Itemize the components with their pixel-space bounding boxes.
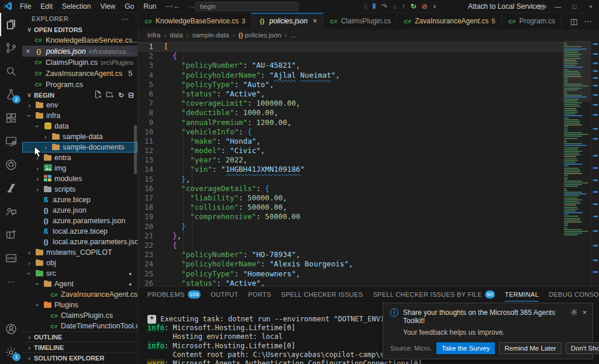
split-editor-icon[interactable]: ◫ bbox=[570, 17, 577, 26]
code-line[interactable]: 1[ bbox=[138, 42, 563, 51]
panel-tab-spell-checker-issues-by-file[interactable]: SPELL CHECKER ISSUES BY FILE90 bbox=[373, 287, 495, 301]
step-out-button[interactable]: ↑ bbox=[402, 2, 405, 11]
refresh-icon[interactable]: ↻ bbox=[118, 91, 124, 99]
toast-button-don-t-show-again[interactable]: Don't Show Again bbox=[566, 342, 599, 354]
code-line[interactable]: 17 "liability": 50000.00, bbox=[138, 193, 563, 203]
open-editor-item[interactable]: C#ClaimsPlugin.cssrc\Plugins bbox=[22, 57, 137, 68]
tree-item-agent[interactable]: ›Agent● bbox=[22, 279, 137, 289]
tree-item-entra[interactable]: ›entra bbox=[22, 152, 137, 163]
section-outline[interactable]: ›OUTLINE bbox=[22, 331, 137, 342]
code-line[interactable]: 20 } bbox=[138, 222, 563, 231]
tree-item-azure-parameters-json[interactable]: {}azure.parameters.json bbox=[22, 216, 137, 226]
restore-button[interactable]: □ bbox=[566, 3, 583, 10]
menu-go[interactable]: Go bbox=[120, 2, 139, 11]
panel-tab-spell-checker-issues[interactable]: SPELL CHECKER ISSUES bbox=[281, 287, 363, 301]
code-line[interactable]: 3 "policyNumber": "AU-45821", bbox=[138, 61, 563, 70]
panel-tab-problems[interactable]: PROBLEMS106 bbox=[147, 287, 201, 301]
menu-edit[interactable]: Edit bbox=[36, 2, 57, 11]
open-editors-header[interactable]: ∨OPEN EDITORS bbox=[22, 25, 137, 34]
tree-item-sample-documents[interactable]: ›sample-documents bbox=[22, 142, 137, 152]
github-icon[interactable] bbox=[0, 153, 22, 176]
code-line[interactable]: 16 "coverageDetails": { bbox=[138, 184, 563, 193]
breadcrumb-item[interactable]: data bbox=[170, 32, 183, 39]
more-icon[interactable]: ⋯ bbox=[0, 270, 22, 293]
new-file-icon[interactable] bbox=[94, 91, 102, 100]
drag-grip-icon[interactable]: ⣿ bbox=[364, 4, 367, 9]
breadcrumb-item[interactable]: infra bbox=[147, 32, 160, 39]
code-line[interactable]: 15 }, bbox=[138, 175, 563, 184]
tab-policies-json[interactable]: {}policies.json× bbox=[252, 13, 323, 29]
search-icon[interactable] bbox=[0, 60, 22, 83]
tree-item-datetimefunctiontool-cs[interactable]: C#DateTimeFunctionTool.cs bbox=[22, 321, 137, 331]
breadcrumb-item[interactable]: sample-data bbox=[192, 32, 229, 39]
tree-item-sample-data[interactable]: ›sample-data bbox=[22, 131, 137, 142]
code-line[interactable]: 9 "annualPremium": 1200.00, bbox=[138, 118, 563, 127]
tree-item-img[interactable]: ›img bbox=[22, 163, 137, 174]
tab-zavainsuranceagent-cs[interactable]: C#ZavaInsuranceAgent.cs5 bbox=[397, 13, 501, 29]
tree-item-plugins[interactable]: ›Plugins bbox=[22, 300, 137, 310]
code-line[interactable]: 11 "make": "Honda", bbox=[138, 137, 563, 146]
minimap[interactable] bbox=[563, 41, 591, 286]
toast-button-remind-me-later[interactable]: Remind Me Later bbox=[499, 342, 561, 354]
code-line[interactable]: 5 "policyType": "Auto", bbox=[138, 80, 563, 89]
code-line[interactable]: 4 "policyholderName": "Ajlal Nueimat", bbox=[138, 71, 563, 80]
panel-tab-terminal[interactable]: TERMINAL bbox=[505, 287, 539, 301]
code-line[interactable]: 8 "deductible": 1000.00, bbox=[138, 108, 563, 117]
tree-item-local-azure-parameters-json[interactable]: {}local.azure.parameters.json bbox=[22, 237, 137, 247]
code-line[interactable]: 13 "year": 2022, bbox=[138, 155, 563, 165]
tree-item-claimsplugin-cs[interactable]: C#ClaimsPlugin.cs bbox=[22, 310, 137, 321]
tab-claimsplugin-cs[interactable]: C#ClaimsPlugin.cs bbox=[323, 13, 397, 29]
tree-item-azure-json[interactable]: {}azure.json bbox=[22, 205, 137, 216]
tree-item-obj[interactable]: ›obj bbox=[22, 258, 137, 268]
code-line[interactable]: 12 "model": "Civic", bbox=[138, 146, 563, 155]
code-line[interactable]: 25 "policyType": "Homeowners", bbox=[138, 269, 563, 279]
breadcrumb-item[interactable]: ... bbox=[291, 32, 297, 39]
code-line[interactable]: 7 "coverageLimit": 100000.00, bbox=[138, 99, 563, 108]
code-line[interactable]: 6 "status": "Active", bbox=[138, 89, 563, 99]
tree-item-msteams-copilot[interactable]: ›msteams_COPILOT bbox=[22, 247, 137, 258]
breadcrumb[interactable]: infra›data›sample-data›{} policies.json›… bbox=[138, 29, 599, 41]
m365-icon[interactable]: M365 bbox=[0, 247, 22, 270]
command-center[interactable]: begin bbox=[195, 2, 299, 11]
toolkit-icon[interactable] bbox=[0, 223, 22, 247]
explorer-icon[interactable] bbox=[0, 13, 22, 36]
code-line[interactable]: 22 { bbox=[138, 241, 563, 250]
menu-selection[interactable]: Selection bbox=[57, 2, 95, 11]
tree-item-zavainsuranceagent-cs[interactable]: C#ZavaInsuranceAgent.cs5 bbox=[22, 289, 137, 300]
layout-toggle-icon[interactable]: ▤ bbox=[533, 3, 550, 11]
tab-program-cs[interactable]: C#Program.cs bbox=[502, 13, 562, 29]
tab-knowledgebaseservice-cs[interactable]: C#KnowledgeBaseService.cs3 bbox=[138, 13, 252, 29]
nav-back-icon[interactable]: ← bbox=[173, 2, 181, 11]
menu-run[interactable]: Run bbox=[139, 2, 161, 11]
tree-item-env[interactable]: ›env bbox=[22, 100, 137, 110]
tree-item-local-azure-bicep[interactable]: ßlocal.azure.bicep bbox=[22, 226, 137, 237]
sidebar-more-icon[interactable]: ⋯ bbox=[122, 15, 129, 23]
code-editor[interactable]: 1[2 {3 "policyNumber": "AU-45821",4 "pol… bbox=[138, 41, 599, 286]
toast-button-take-the-survey[interactable]: Take the Survey bbox=[436, 342, 495, 354]
menu-file[interactable]: File bbox=[15, 2, 36, 11]
tree-item-azure-bicep[interactable]: ßazure.bicep bbox=[22, 195, 137, 205]
pause-button[interactable]: ‖ bbox=[373, 2, 377, 11]
minimize-button[interactable]: — bbox=[550, 3, 566, 10]
code-line[interactable]: 26 "status": "Active", bbox=[138, 279, 563, 286]
notification-gear-icon[interactable] bbox=[570, 308, 578, 316]
open-editor-item[interactable]: C#KnowledgeBaseService.cs...3 bbox=[22, 34, 137, 46]
menu-view[interactable]: View bbox=[95, 2, 120, 11]
code-line[interactable]: 24 "policyholderName": "Alexis Bourgeois… bbox=[138, 259, 563, 269]
tree-item-data[interactable]: ›data bbox=[22, 121, 137, 131]
chat-icon[interactable] bbox=[0, 200, 22, 223]
restart-button[interactable]: ↻ bbox=[411, 2, 416, 11]
section-timeline[interactable]: ›TIMELINE bbox=[22, 342, 137, 352]
panel-tab-debug-console[interactable]: DEBUG CONSOLE bbox=[549, 287, 599, 301]
notification-close-icon[interactable]: × bbox=[583, 308, 587, 317]
collapse-all-icon[interactable]: ⊟ bbox=[128, 91, 134, 99]
minimap-viewport[interactable] bbox=[563, 41, 591, 102]
overview-ruler[interactable] bbox=[591, 41, 599, 286]
extensions-icon[interactable] bbox=[0, 106, 22, 130]
open-editor-item[interactable]: C#Program.cs bbox=[22, 79, 137, 90]
code-line[interactable]: 21 }, bbox=[138, 231, 563, 241]
panel-tab-ports[interactable]: PORTS bbox=[248, 287, 271, 301]
step-over-button[interactable]: ↷ bbox=[382, 2, 388, 11]
code-line[interactable]: 2 { bbox=[138, 51, 563, 61]
step-into-button[interactable]: ↓ bbox=[393, 2, 397, 11]
